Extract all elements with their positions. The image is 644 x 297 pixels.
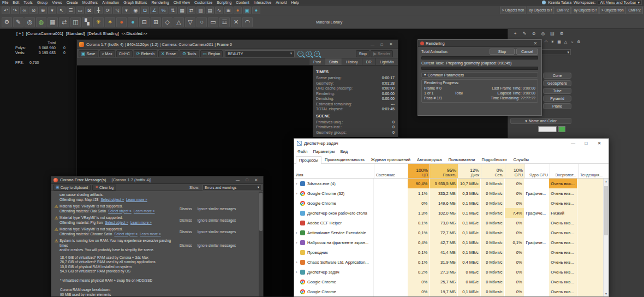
copy-button[interactable]: Ctrl+C xyxy=(116,50,133,57)
create-tab-icon[interactable]: + xyxy=(512,31,518,37)
selection-filter-dropdown-icon[interactable]: ▾ xyxy=(48,7,56,14)
learn-more-link[interactable]: Learn more » xyxy=(134,209,155,213)
name-and-color-rollout[interactable]: ▾ Name and Color xyxy=(510,118,571,124)
close-icon[interactable]: ✕ xyxy=(386,41,396,48)
rendering-dialog-title-bar[interactable]: Rendering ✕ xyxy=(418,40,541,47)
settings-icon[interactable]: ⚙ xyxy=(2,17,12,27)
max-button[interactable]: > Max xyxy=(99,50,115,57)
create-pyramid-button[interactable]: Pyramid xyxy=(543,96,571,102)
vfb-tab-post[interactable]: Post xyxy=(309,58,325,65)
hierarchy-tab-icon[interactable]: ⊘ xyxy=(530,31,537,37)
scrollbar[interactable]: ▲ ▼ xyxy=(603,179,609,296)
process-row[interactable]: ›3dsmax.exe (4)90,4%5 935,5 МБ10,7 МБ/с0… xyxy=(294,179,603,188)
column-header-network[interactable]: 0%Сеть xyxy=(481,164,505,178)
crossing-selection-icon[interactable]: ⊠ xyxy=(85,7,93,14)
viewport-label-part[interactable]: [Standard] xyxy=(66,31,85,36)
percent-snap-icon[interactable]: % xyxy=(159,7,168,14)
menu-content[interactable]: Content xyxy=(234,0,252,5)
minimize-icon[interactable]: — xyxy=(368,41,377,48)
menu-animation[interactable]: Animation xyxy=(100,0,121,5)
maximize-icon[interactable]: □ xyxy=(580,139,593,147)
dismiss-button[interactable]: Dismiss xyxy=(180,243,192,247)
workspace-dropdown[interactable]: Alt Menu and Toolbar ▾ xyxy=(598,0,642,5)
render-button[interactable]: ▶ Render xyxy=(371,50,393,57)
star-icon[interactable]: ✶ xyxy=(105,17,115,27)
menu-arnold[interactable]: Arnold xyxy=(273,0,289,5)
copy-to-clipboard-button[interactable]: ▣ Copy to clipboard xyxy=(53,185,91,191)
rotate-icon[interactable]: ⟳ xyxy=(104,7,112,14)
align-icon[interactable]: ▥ xyxy=(196,7,205,14)
create-tube-button[interactable]: Tube xyxy=(543,88,571,94)
bind-spacewarp-icon[interactable]: ⊕ xyxy=(39,7,47,14)
column-header-cpu[interactable]: 100%ЦП xyxy=(408,164,430,178)
material-editor-icon[interactable]: ◍ xyxy=(36,17,46,27)
ignore-similar-button[interactable]: Ignore similar messages xyxy=(198,243,236,247)
scale-icon[interactable]: ◹ xyxy=(113,7,121,14)
close-icon[interactable]: ✕ xyxy=(252,176,261,183)
grid-icon[interactable]: ▦ xyxy=(47,17,58,27)
object-color-swatch[interactable] xyxy=(558,126,565,132)
user-name[interactable]: Ksenia Tatara xyxy=(548,1,571,4)
menu-file[interactable]: File xyxy=(0,0,10,5)
scrollbar[interactable] xyxy=(259,192,263,296)
rendered-frame-icon[interactable]: ▣ xyxy=(243,7,251,14)
process-row[interactable]: ›Диспетчер задач0,2%27,3 МБ0 МБ/с0 Мбит/… xyxy=(294,267,603,277)
column-header-memory[interactable]: 95%Память xyxy=(430,164,458,178)
custom-toolbar-button[interactable]: CMPP2 xyxy=(627,7,643,14)
coord-system-dropdown-icon[interactable]: ▾ xyxy=(122,7,130,14)
viewport-label-part[interactable]: [CoronaCamera001] xyxy=(26,31,63,36)
vfb-title-bar[interactable]: Corona 1.7 (hotfix 4) | 840x1120px (1:2)… xyxy=(77,40,398,49)
swap-icon[interactable]: ⇄ xyxy=(59,17,69,27)
helpers-category-icon[interactable]: △ xyxy=(563,39,568,45)
select-object-link[interactable]: Select object » xyxy=(114,232,138,236)
menu-edit[interactable]: Edit xyxy=(10,0,21,5)
process-row[interactable]: ›Google Chrome (32)1,1%335,2 МБ0,3 МБ/с0… xyxy=(294,188,603,198)
rect-region-icon[interactable]: ▭ xyxy=(76,7,84,14)
shapes-category-icon[interactable]: ◠ xyxy=(544,39,548,45)
scroll-down-icon[interactable]: ▼ xyxy=(604,291,609,296)
menu-interactive[interactable]: Interactive xyxy=(252,0,273,5)
systems-category-icon[interactable]: ⚙ xyxy=(576,39,581,45)
expand-icon[interactable]: › xyxy=(296,230,300,235)
zoom-reset-icon[interactable]: 1 xyxy=(306,51,312,57)
menu-scripting[interactable]: Scripting xyxy=(214,0,234,5)
dismiss-button[interactable]: Dismiss xyxy=(180,207,192,211)
scrollbar-thumb[interactable] xyxy=(259,193,263,231)
tab-app-history[interactable]: Журнал приложений xyxy=(368,156,414,163)
process-row[interactable]: ›Chaos Software Ltd. Application...0,1%3… xyxy=(294,257,603,267)
tm-menu-view[interactable]: Вид xyxy=(337,149,350,154)
diamond-icon[interactable]: ◇ xyxy=(162,17,172,27)
dismiss-button[interactable]: Dismiss xyxy=(180,218,192,222)
dismiss-button[interactable]: Dismiss xyxy=(180,230,192,234)
task-manager-title-bar[interactable]: Диспетчер задач — □ ✕ xyxy=(294,139,609,148)
menu-rendering[interactable]: Rendering xyxy=(149,0,171,5)
viewport-label-part[interactable]: <<Disabled>> xyxy=(122,31,147,36)
learn-more-link[interactable]: Learn more » xyxy=(140,232,161,236)
rect-icon[interactable]: ▭ xyxy=(208,17,218,27)
circle-icon[interactable]: ○ xyxy=(196,17,207,27)
tab-services[interactable]: Службы xyxy=(510,156,532,163)
minimize-icon[interactable]: — xyxy=(233,176,242,183)
error-window-title-bar[interactable]: Corona Error Message(s) [Corona 1.7 (hot… xyxy=(51,176,263,184)
render-teapot-blue-icon[interactable]: ● xyxy=(128,17,138,27)
process-row[interactable]: Google Chrome0%25,7 МБ0 МБ/с0 Мбит/с0%Оч… xyxy=(294,277,603,287)
column-header-power[interactable]: Энергопот... xyxy=(550,164,578,178)
angle-snap-icon[interactable]: ∠ xyxy=(150,7,158,14)
pattern-icon[interactable]: ▚ xyxy=(82,17,92,27)
column-header-trend[interactable]: Тенденция... xyxy=(578,164,604,178)
schematic-view-icon[interactable]: ⊞ xyxy=(224,7,232,14)
ignore-similar-button[interactable]: Ignore similar messages xyxy=(198,230,236,234)
select-object-link[interactable]: Select object » xyxy=(108,209,132,213)
expand-icon[interactable]: › xyxy=(296,270,300,275)
viewport-label-part[interactable]: [Default Shading] xyxy=(87,31,119,36)
layer-manager-icon[interactable]: ▤ xyxy=(206,7,214,14)
light-icon[interactable]: ☀ xyxy=(93,17,104,27)
viewport-label-part[interactable]: [ + ] xyxy=(16,31,23,36)
triangle-icon[interactable]: △ xyxy=(174,17,184,27)
process-row[interactable]: Google Chrome0%19,7 МБ0,1 МБ/с0 Мбит/с0%… xyxy=(294,287,603,296)
process-row[interactable]: ›Antimalware Service Executable0,1%72,7 … xyxy=(294,228,603,237)
stop-render-button[interactable]: Stop xyxy=(356,50,369,57)
curve-editor-icon[interactable]: ∿ xyxy=(215,7,223,14)
create-plane-button[interactable]: Plane xyxy=(543,103,571,109)
object-name-field[interactable] xyxy=(538,126,557,132)
